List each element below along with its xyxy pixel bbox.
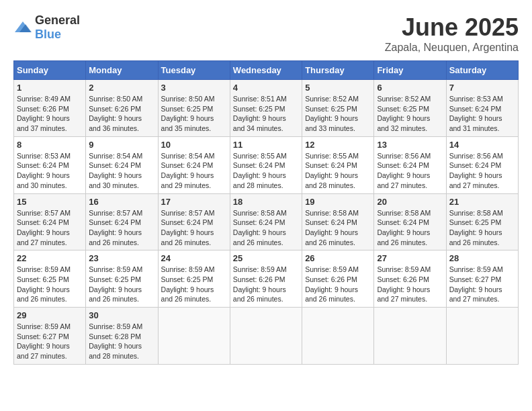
calendar-cell: 7 Sunrise: 8:53 AMSunset: 6:24 PMDayligh… <box>446 80 518 137</box>
calendar-cell: 12 Sunrise: 8:55 AMSunset: 6:24 PMDaylig… <box>302 136 374 193</box>
day-number: 14 <box>449 140 515 150</box>
calendar-cell: 18 Sunrise: 8:58 AMSunset: 6:24 PMDaylig… <box>230 193 302 250</box>
calendar-cell: 9 Sunrise: 8:54 AMSunset: 6:24 PMDayligh… <box>86 136 158 193</box>
day-number: 25 <box>233 253 299 263</box>
calendar-cell: 26 Sunrise: 8:59 AMSunset: 6:26 PMDaylig… <box>302 250 374 308</box>
calendar-header-thursday: Thursday <box>302 61 374 80</box>
calendar-cell: 30 Sunrise: 8:59 AMSunset: 6:28 PMDaylig… <box>86 308 158 365</box>
calendar-cell: 27 Sunrise: 8:59 AMSunset: 6:26 PMDaylig… <box>374 250 446 308</box>
calendar-cell: 13 Sunrise: 8:56 AMSunset: 6:24 PMDaylig… <box>374 136 446 193</box>
day-number: 10 <box>161 140 227 150</box>
calendar-header-tuesday: Tuesday <box>158 61 230 80</box>
day-info: Sunrise: 8:59 AMSunset: 6:25 PMDaylight:… <box>161 265 215 303</box>
day-info: Sunrise: 8:54 AMSunset: 6:24 PMDaylight:… <box>161 152 215 189</box>
day-number: 19 <box>305 197 371 207</box>
day-number: 30 <box>89 310 154 320</box>
day-info: Sunrise: 8:57 AMSunset: 6:24 PMDaylight:… <box>89 209 142 246</box>
calendar-cell: 2 Sunrise: 8:50 AMSunset: 6:26 PMDayligh… <box>86 80 158 137</box>
day-number: 8 <box>17 140 83 150</box>
day-info: Sunrise: 8:59 AMSunset: 6:26 PMDaylight:… <box>233 265 287 303</box>
day-number: 15 <box>17 197 83 207</box>
logo: General Blue <box>13 13 80 42</box>
page-header: General Blue June 2025 Zapala, Neuquen, … <box>13 13 519 54</box>
day-info: Sunrise: 8:50 AMSunset: 6:26 PMDaylight:… <box>89 95 142 132</box>
calendar-cell: 21 Sunrise: 8:58 AMSunset: 6:25 PMDaylig… <box>446 193 518 250</box>
day-number: 2 <box>89 83 154 93</box>
day-info: Sunrise: 8:49 AMSunset: 6:26 PMDaylight:… <box>17 95 71 132</box>
day-info: Sunrise: 8:56 AMSunset: 6:24 PMDaylight:… <box>377 152 431 189</box>
calendar-cell <box>374 308 446 365</box>
calendar-cell: 17 Sunrise: 8:57 AMSunset: 6:24 PMDaylig… <box>158 193 230 250</box>
month-title: June 2025 <box>385 13 519 42</box>
day-number: 28 <box>449 253 515 263</box>
day-number: 17 <box>161 197 227 207</box>
day-number: 22 <box>17 253 83 263</box>
day-number: 12 <box>305 140 371 150</box>
day-info: Sunrise: 8:58 AMSunset: 6:24 PMDaylight:… <box>377 209 431 246</box>
day-info: Sunrise: 8:52 AMSunset: 6:25 PMDaylight:… <box>305 95 359 132</box>
calendar-cell <box>158 308 230 365</box>
calendar-cell: 19 Sunrise: 8:58 AMSunset: 6:24 PMDaylig… <box>302 193 374 250</box>
logo-general: General <box>35 13 80 27</box>
calendar-cell <box>302 308 374 365</box>
day-info: Sunrise: 8:51 AMSunset: 6:25 PMDaylight:… <box>233 95 287 132</box>
calendar-week-2: 8 Sunrise: 8:53 AMSunset: 6:24 PMDayligh… <box>14 136 519 193</box>
calendar-header-wednesday: Wednesday <box>230 61 302 80</box>
day-info: Sunrise: 8:55 AMSunset: 6:24 PMDaylight:… <box>233 152 287 189</box>
day-info: Sunrise: 8:58 AMSunset: 6:24 PMDaylight:… <box>305 209 359 246</box>
day-info: Sunrise: 8:59 AMSunset: 6:25 PMDaylight:… <box>17 265 71 303</box>
day-info: Sunrise: 8:59 AMSunset: 6:26 PMDaylight:… <box>377 265 431 303</box>
calendar-week-1: 1 Sunrise: 8:49 AMSunset: 6:26 PMDayligh… <box>14 80 519 137</box>
day-number: 27 <box>377 253 443 263</box>
day-number: 11 <box>233 140 299 150</box>
day-number: 3 <box>161 83 227 93</box>
day-info: Sunrise: 8:54 AMSunset: 6:24 PMDaylight:… <box>89 152 142 189</box>
calendar-header-saturday: Saturday <box>446 61 518 80</box>
calendar-cell: 25 Sunrise: 8:59 AMSunset: 6:26 PMDaylig… <box>230 250 302 308</box>
calendar-week-4: 22 Sunrise: 8:59 AMSunset: 6:25 PMDaylig… <box>14 250 519 308</box>
calendar-cell: 1 Sunrise: 8:49 AMSunset: 6:26 PMDayligh… <box>14 80 86 137</box>
calendar-cell: 23 Sunrise: 8:59 AMSunset: 6:25 PMDaylig… <box>86 250 158 308</box>
calendar-cell: 15 Sunrise: 8:57 AMSunset: 6:24 PMDaylig… <box>14 193 86 250</box>
calendar-cell: 22 Sunrise: 8:59 AMSunset: 6:25 PMDaylig… <box>14 250 86 308</box>
calendar-cell: 8 Sunrise: 8:53 AMSunset: 6:24 PMDayligh… <box>14 136 86 193</box>
calendar-cell: 5 Sunrise: 8:52 AMSunset: 6:25 PMDayligh… <box>302 80 374 137</box>
calendar-cell: 14 Sunrise: 8:56 AMSunset: 6:24 PMDaylig… <box>446 136 518 193</box>
day-number: 5 <box>305 83 371 93</box>
calendar-cell: 16 Sunrise: 8:57 AMSunset: 6:24 PMDaylig… <box>86 193 158 250</box>
day-info: Sunrise: 8:50 AMSunset: 6:25 PMDaylight:… <box>161 95 215 132</box>
logo-icon <box>13 20 32 35</box>
calendar-header-friday: Friday <box>374 61 446 80</box>
calendar-cell: 3 Sunrise: 8:50 AMSunset: 6:25 PMDayligh… <box>158 80 230 137</box>
day-number: 7 <box>449 83 515 93</box>
day-info: Sunrise: 8:59 AMSunset: 6:26 PMDaylight:… <box>305 265 359 303</box>
day-info: Sunrise: 8:52 AMSunset: 6:25 PMDaylight:… <box>377 95 431 132</box>
calendar-cell: 24 Sunrise: 8:59 AMSunset: 6:25 PMDaylig… <box>158 250 230 308</box>
day-info: Sunrise: 8:59 AMSunset: 6:27 PMDaylight:… <box>17 322 71 360</box>
calendar-cell: 29 Sunrise: 8:59 AMSunset: 6:27 PMDaylig… <box>14 308 86 365</box>
day-info: Sunrise: 8:57 AMSunset: 6:24 PMDaylight:… <box>161 209 215 246</box>
day-number: 23 <box>89 253 154 263</box>
calendar-header-row: SundayMondayTuesdayWednesdayThursdayFrid… <box>14 61 519 80</box>
day-info: Sunrise: 8:56 AMSunset: 6:24 PMDaylight:… <box>449 152 503 189</box>
location-title: Zapala, Neuquen, Argentina <box>385 42 519 54</box>
day-info: Sunrise: 8:53 AMSunset: 6:24 PMDaylight:… <box>449 95 503 132</box>
calendar-cell <box>446 308 518 365</box>
day-number: 26 <box>305 253 371 263</box>
day-number: 1 <box>17 83 83 93</box>
title-area: June 2025 Zapala, Neuquen, Argentina <box>385 13 519 54</box>
day-number: 16 <box>89 197 154 207</box>
calendar-cell: 11 Sunrise: 8:55 AMSunset: 6:24 PMDaylig… <box>230 136 302 193</box>
day-number: 18 <box>233 197 299 207</box>
calendar-header-sunday: Sunday <box>14 61 86 80</box>
day-number: 24 <box>161 253 227 263</box>
day-info: Sunrise: 8:59 AMSunset: 6:27 PMDaylight:… <box>449 265 503 303</box>
calendar-week-3: 15 Sunrise: 8:57 AMSunset: 6:24 PMDaylig… <box>14 193 519 250</box>
calendar-cell: 28 Sunrise: 8:59 AMSunset: 6:27 PMDaylig… <box>446 250 518 308</box>
calendar-cell: 6 Sunrise: 8:52 AMSunset: 6:25 PMDayligh… <box>374 80 446 137</box>
day-info: Sunrise: 8:58 AMSunset: 6:25 PMDaylight:… <box>449 209 503 246</box>
day-info: Sunrise: 8:57 AMSunset: 6:24 PMDaylight:… <box>17 209 71 246</box>
day-number: 9 <box>89 140 154 150</box>
day-info: Sunrise: 8:59 AMSunset: 6:25 PMDaylight:… <box>89 265 142 303</box>
calendar-header-monday: Monday <box>86 61 158 80</box>
